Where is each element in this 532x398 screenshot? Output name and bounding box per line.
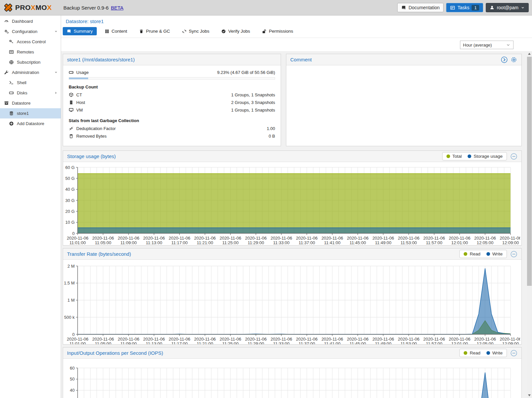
svg-text:11:37:00: 11:37:00 bbox=[299, 240, 315, 245]
svg-text:2020-11-06: 2020-11-06 bbox=[143, 337, 165, 342]
scroll-down-arrow-icon[interactable] bbox=[527, 393, 532, 398]
datastore-summary-panel: store1 (/mnt/datastores/store1) Usage 9.… bbox=[63, 54, 281, 146]
svg-text:11:09:00: 11:09:00 bbox=[120, 240, 137, 245]
sidebar-item-shell[interactable]: Shell bbox=[0, 78, 61, 88]
tasks-button[interactable]: Tasks 1 bbox=[446, 3, 483, 12]
time-range-select[interactable]: Hour (average) bbox=[460, 41, 514, 49]
svg-text:2020-11-06: 2020-11-06 bbox=[118, 236, 139, 241]
sidebar-item-label: Shell bbox=[17, 80, 26, 85]
svg-text:40 G: 40 G bbox=[65, 187, 75, 192]
proxmox-x-icon bbox=[3, 3, 13, 13]
svg-text:2020-11-06: 2020-11-06 bbox=[347, 236, 369, 241]
chart-legend: ReadWrite bbox=[459, 349, 507, 357]
hdd-icon bbox=[69, 70, 74, 75]
tab-permissions[interactable]: Permissions bbox=[258, 27, 297, 35]
tab-verify-jobs[interactable]: Verify Jobs bbox=[217, 27, 254, 35]
sidebar-item-administration[interactable]: Administration bbox=[0, 67, 61, 78]
legend-label: Read bbox=[470, 251, 480, 256]
sidebar-item-access-control[interactable]: Access Control bbox=[0, 37, 61, 47]
sidebar-item-add-datastore[interactable]: Add Datastore bbox=[0, 118, 61, 129]
legend-item-read[interactable]: Read bbox=[464, 350, 480, 355]
tab-label: Sync Jobs bbox=[189, 29, 209, 34]
scrollbar-thumb[interactable] bbox=[527, 57, 532, 286]
vertical-scrollbar[interactable] bbox=[527, 51, 532, 398]
chart-plot-storage-usage-bytes: 010 G20 G30 G40 G50 G60 G2020-11-0611:01… bbox=[63, 162, 520, 245]
proxmox-logo: PROXMOX bbox=[3, 3, 62, 13]
tab-content[interactable]: Content bbox=[101, 27, 131, 35]
ct-row: CT1 Groups, 1 Snapshots bbox=[69, 92, 275, 98]
gears-icon bbox=[4, 29, 9, 34]
wrench-icon bbox=[4, 70, 9, 75]
sidebar-item-disks[interactable]: Disks bbox=[0, 88, 61, 98]
sidebar-item-label: Configuration bbox=[12, 29, 37, 34]
legend-label: Write bbox=[492, 350, 503, 355]
tab-prune-gc[interactable]: Prune & GC bbox=[135, 27, 174, 35]
svg-text:0: 0 bbox=[72, 231, 75, 236]
sidebar-item-configuration[interactable]: Configuration bbox=[0, 26, 61, 37]
page-title: Datastore: store1 bbox=[61, 16, 532, 25]
row-value: 0 B bbox=[268, 134, 275, 139]
svg-text:30 G: 30 G bbox=[65, 198, 75, 203]
collapse-chart-button[interactable] bbox=[510, 153, 517, 160]
tab-label: Content bbox=[112, 29, 127, 34]
gc-heading: Stats from last Garbage Collection bbox=[69, 118, 275, 123]
documentation-button[interactable]: Documentation bbox=[397, 3, 443, 12]
legend-item-read[interactable]: Read bbox=[464, 251, 480, 256]
sidebar: DashboardConfigurationAccess ControlRemo… bbox=[0, 16, 61, 398]
time-range-value: Hour (average) bbox=[463, 43, 492, 48]
chevron-down-icon[interactable] bbox=[54, 70, 58, 75]
svg-text:12:05:00: 12:05:00 bbox=[477, 240, 494, 245]
comment-body[interactable] bbox=[286, 65, 521, 147]
tab-sync-jobs[interactable]: Sync Jobs bbox=[178, 27, 213, 35]
svg-text:40: 40 bbox=[70, 388, 75, 393]
tab-summary[interactable]: Summary bbox=[63, 27, 97, 35]
svg-text:50 G: 50 G bbox=[65, 176, 75, 181]
legend-item-write[interactable]: Write bbox=[486, 350, 503, 355]
svg-text:500 k: 500 k bbox=[64, 315, 75, 320]
svg-text:11:29:00: 11:29:00 bbox=[248, 240, 264, 245]
product-version: Backup Server 0.9-6 bbox=[63, 5, 109, 11]
tab-label: Verify Jobs bbox=[228, 29, 250, 34]
sidebar-item-subscription[interactable]: Subscription bbox=[0, 57, 61, 67]
book-icon bbox=[401, 5, 406, 10]
sidebar-item-dashboard[interactable]: Dashboard bbox=[0, 16, 61, 26]
legend-label: Read bbox=[470, 350, 480, 355]
svg-text:2020-11-06: 2020-11-06 bbox=[296, 337, 318, 342]
unlock-icon bbox=[262, 29, 266, 34]
legend-item-write[interactable]: Write bbox=[486, 251, 503, 256]
usage-label: Usage bbox=[76, 70, 89, 75]
svg-text:12:01:00: 12:01:00 bbox=[451, 240, 468, 245]
svg-text:11:01:00: 11:01:00 bbox=[69, 341, 86, 344]
svg-text:11:45:00: 11:45:00 bbox=[349, 240, 366, 245]
chart-plot-input-output-operations-per-second-iops: 01020304050602020-11-0611:01:002020-11-0… bbox=[63, 359, 520, 398]
tasks-count-badge: 1 bbox=[472, 5, 479, 11]
sidebar-item-remotes[interactable]: Remotes bbox=[0, 47, 61, 57]
svg-text:2020-11-06: 2020-11-06 bbox=[347, 337, 369, 342]
svg-text:11:13:00: 11:13:00 bbox=[146, 341, 162, 344]
sidebar-item-store1[interactable]: store1 bbox=[0, 108, 61, 118]
scroll-up-arrow-icon[interactable] bbox=[527, 51, 532, 56]
row-label: CT bbox=[76, 92, 82, 97]
list-icon bbox=[9, 50, 14, 54]
svg-text:2020-11-06: 2020-11-06 bbox=[372, 236, 394, 241]
check-circle-icon bbox=[221, 29, 226, 34]
collapse-chart-button[interactable] bbox=[510, 250, 517, 258]
usage-row: Usage 9.23% (4.67 GiB of 50.56 GiB) bbox=[69, 69, 275, 76]
legend-dot bbox=[468, 154, 471, 158]
chart-legend: ReadWrite bbox=[459, 250, 507, 258]
svg-text:11:53:00: 11:53:00 bbox=[401, 341, 417, 344]
legend-item-total[interactable]: Total bbox=[446, 154, 462, 159]
chevron-down-icon[interactable] bbox=[54, 29, 58, 34]
collapse-chart-button[interactable] bbox=[510, 349, 517, 357]
svg-text:11:57:00: 11:57:00 bbox=[426, 341, 443, 344]
legend-item-storage-usage[interactable]: Storage usage bbox=[468, 154, 503, 159]
user-menu-button[interactable]: root@pam bbox=[486, 3, 529, 12]
gear-icon[interactable] bbox=[510, 56, 517, 63]
svg-text:11:45:00: 11:45:00 bbox=[349, 341, 366, 344]
sidebar-item-datastore[interactable]: Datastore bbox=[0, 98, 61, 108]
chevron-right-icon[interactable] bbox=[54, 91, 58, 95]
expand-circle-icon[interactable] bbox=[501, 56, 508, 63]
beta-link[interactable]: BETA bbox=[111, 5, 124, 11]
comment-panel-title: Comment bbox=[290, 57, 312, 62]
host-row: Host2 Groups, 3 Snapshots bbox=[69, 99, 275, 106]
